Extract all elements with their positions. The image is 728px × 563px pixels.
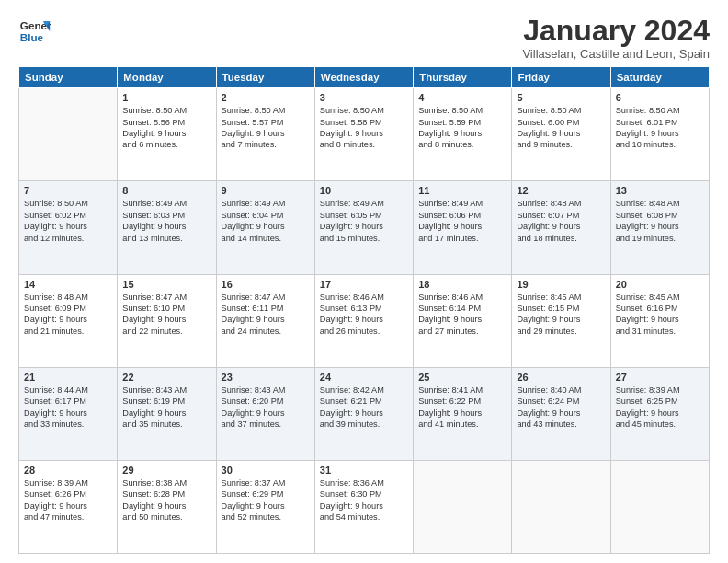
calendar-cell: 8Sunrise: 8:49 AM Sunset: 6:03 PM Daylig… [118, 181, 216, 274]
logo: General Blue [18, 15, 51, 48]
day-number: 31 [320, 465, 408, 476]
weekday-sunday: Sunday [19, 67, 118, 88]
header: General Blue January 2024 Villaselan, Ca… [18, 15, 710, 61]
cell-info: Sunrise: 8:48 AM Sunset: 6:08 PM Dayligh… [616, 198, 704, 244]
day-number: 19 [517, 279, 605, 290]
cell-info: Sunrise: 8:50 AM Sunset: 5:57 PM Dayligh… [222, 105, 310, 151]
day-number: 20 [616, 279, 704, 290]
calendar-cell: 9Sunrise: 8:49 AM Sunset: 6:04 PM Daylig… [216, 181, 314, 274]
title-block: January 2024 Villaselan, Castille and Le… [522, 15, 710, 61]
calendar-cell [512, 460, 610, 553]
cell-info: Sunrise: 8:36 AM Sunset: 6:30 PM Dayligh… [320, 477, 408, 523]
calendar-cell: 30Sunrise: 8:37 AM Sunset: 6:29 PM Dayli… [216, 460, 314, 553]
calendar-cell: 27Sunrise: 8:39 AM Sunset: 6:25 PM Dayli… [610, 367, 709, 460]
calendar-cell: 23Sunrise: 8:43 AM Sunset: 6:20 PM Dayli… [216, 367, 314, 460]
cell-info: Sunrise: 8:46 AM Sunset: 6:13 PM Dayligh… [320, 292, 408, 338]
day-number: 2 [222, 92, 310, 103]
cell-info: Sunrise: 8:50 AM Sunset: 5:58 PM Dayligh… [320, 105, 408, 151]
calendar-cell: 1Sunrise: 8:50 AM Sunset: 5:56 PM Daylig… [118, 88, 216, 181]
day-number: 18 [418, 279, 506, 290]
day-number: 14 [24, 279, 112, 290]
cell-info: Sunrise: 8:37 AM Sunset: 6:29 PM Dayligh… [222, 477, 310, 523]
cell-info: Sunrise: 8:43 AM Sunset: 6:19 PM Dayligh… [122, 385, 210, 431]
calendar-cell: 31Sunrise: 8:36 AM Sunset: 6:30 PM Dayli… [314, 460, 413, 553]
cell-info: Sunrise: 8:45 AM Sunset: 6:16 PM Dayligh… [616, 292, 704, 338]
calendar-cell: 14Sunrise: 8:48 AM Sunset: 6:09 PM Dayli… [19, 274, 118, 367]
calendar-cell: 15Sunrise: 8:47 AM Sunset: 6:10 PM Dayli… [118, 274, 216, 367]
cell-info: Sunrise: 8:48 AM Sunset: 6:09 PM Dayligh… [24, 292, 112, 338]
calendar-cell: 12Sunrise: 8:48 AM Sunset: 6:07 PM Dayli… [512, 181, 610, 274]
calendar-cell: 19Sunrise: 8:45 AM Sunset: 6:15 PM Dayli… [512, 274, 610, 367]
calendar-cell: 29Sunrise: 8:38 AM Sunset: 6:28 PM Dayli… [118, 460, 216, 553]
calendar-cell [19, 88, 118, 181]
cell-info: Sunrise: 8:49 AM Sunset: 6:04 PM Dayligh… [222, 198, 310, 244]
calendar-cell: 21Sunrise: 8:44 AM Sunset: 6:17 PM Dayli… [19, 367, 118, 460]
day-number: 15 [122, 279, 210, 290]
day-number: 25 [418, 372, 506, 383]
cell-info: Sunrise: 8:44 AM Sunset: 6:17 PM Dayligh… [24, 385, 112, 431]
calendar-cell: 6Sunrise: 8:50 AM Sunset: 6:01 PM Daylig… [610, 88, 709, 181]
day-number: 26 [517, 372, 605, 383]
calendar-row-4: 28Sunrise: 8:39 AM Sunset: 6:26 PM Dayli… [19, 460, 710, 553]
calendar-cell: 7Sunrise: 8:50 AM Sunset: 6:02 PM Daylig… [19, 181, 118, 274]
calendar-cell: 3Sunrise: 8:50 AM Sunset: 5:58 PM Daylig… [314, 88, 413, 181]
day-number: 30 [222, 465, 310, 476]
calendar-cell: 25Sunrise: 8:41 AM Sunset: 6:22 PM Dayli… [414, 367, 512, 460]
calendar-cell: 13Sunrise: 8:48 AM Sunset: 6:08 PM Dayli… [610, 181, 709, 274]
cell-info: Sunrise: 8:50 AM Sunset: 5:56 PM Dayligh… [122, 105, 210, 151]
day-number: 13 [616, 185, 704, 196]
calendar-cell: 26Sunrise: 8:40 AM Sunset: 6:24 PM Dayli… [512, 367, 610, 460]
calendar-cell: 17Sunrise: 8:46 AM Sunset: 6:13 PM Dayli… [314, 274, 413, 367]
day-number: 5 [517, 92, 605, 103]
cell-info: Sunrise: 8:50 AM Sunset: 6:00 PM Dayligh… [517, 105, 605, 151]
weekday-monday: Monday [118, 67, 216, 88]
calendar-cell: 18Sunrise: 8:46 AM Sunset: 6:14 PM Dayli… [414, 274, 512, 367]
day-number: 16 [222, 279, 310, 290]
calendar-row-0: 1Sunrise: 8:50 AM Sunset: 5:56 PM Daylig… [19, 88, 710, 181]
calendar-cell: 11Sunrise: 8:49 AM Sunset: 6:06 PM Dayli… [414, 181, 512, 274]
calendar-row-3: 21Sunrise: 8:44 AM Sunset: 6:17 PM Dayli… [19, 367, 710, 460]
day-number: 28 [24, 465, 112, 476]
location-subtitle: Villaselan, Castille and Leon, Spain [522, 47, 710, 61]
day-number: 3 [320, 92, 408, 103]
cell-info: Sunrise: 8:41 AM Sunset: 6:22 PM Dayligh… [418, 385, 506, 431]
cell-info: Sunrise: 8:47 AM Sunset: 6:11 PM Dayligh… [222, 292, 310, 338]
day-number: 4 [418, 92, 506, 103]
cell-info: Sunrise: 8:48 AM Sunset: 6:07 PM Dayligh… [517, 198, 605, 244]
logo-icon: General Blue [18, 15, 51, 48]
weekday-wednesday: Wednesday [314, 67, 413, 88]
calendar-cell: 22Sunrise: 8:43 AM Sunset: 6:19 PM Dayli… [118, 367, 216, 460]
day-number: 12 [517, 185, 605, 196]
page: General Blue January 2024 Villaselan, Ca… [0, 0, 728, 563]
calendar-cell: 28Sunrise: 8:39 AM Sunset: 6:26 PM Dayli… [19, 460, 118, 553]
cell-info: Sunrise: 8:50 AM Sunset: 6:02 PM Dayligh… [24, 198, 112, 244]
calendar-cell: 24Sunrise: 8:42 AM Sunset: 6:21 PM Dayli… [314, 367, 413, 460]
cell-info: Sunrise: 8:45 AM Sunset: 6:15 PM Dayligh… [517, 292, 605, 338]
day-number: 29 [122, 465, 210, 476]
cell-info: Sunrise: 8:39 AM Sunset: 6:25 PM Dayligh… [616, 385, 704, 431]
calendar-cell: 2Sunrise: 8:50 AM Sunset: 5:57 PM Daylig… [216, 88, 314, 181]
cell-info: Sunrise: 8:50 AM Sunset: 6:01 PM Dayligh… [616, 105, 704, 151]
calendar-table: SundayMondayTuesdayWednesdayThursdayFrid… [18, 66, 710, 554]
cell-info: Sunrise: 8:49 AM Sunset: 6:05 PM Dayligh… [320, 198, 408, 244]
day-number: 22 [122, 372, 210, 383]
weekday-saturday: Saturday [610, 67, 709, 88]
cell-info: Sunrise: 8:49 AM Sunset: 6:03 PM Dayligh… [122, 198, 210, 244]
cell-info: Sunrise: 8:43 AM Sunset: 6:20 PM Dayligh… [222, 385, 310, 431]
cell-info: Sunrise: 8:40 AM Sunset: 6:24 PM Dayligh… [517, 385, 605, 431]
month-title: January 2024 [522, 15, 710, 47]
cell-info: Sunrise: 8:42 AM Sunset: 6:21 PM Dayligh… [320, 385, 408, 431]
cell-info: Sunrise: 8:39 AM Sunset: 6:26 PM Dayligh… [24, 477, 112, 523]
cell-info: Sunrise: 8:38 AM Sunset: 6:28 PM Dayligh… [122, 477, 210, 523]
day-number: 6 [616, 92, 704, 103]
day-number: 10 [320, 185, 408, 196]
calendar-row-2: 14Sunrise: 8:48 AM Sunset: 6:09 PM Dayli… [19, 274, 710, 367]
day-number: 11 [418, 185, 506, 196]
day-number: 7 [24, 185, 112, 196]
weekday-friday: Friday [512, 67, 610, 88]
calendar-cell: 16Sunrise: 8:47 AM Sunset: 6:11 PM Dayli… [216, 274, 314, 367]
calendar-cell [610, 460, 709, 553]
day-number: 9 [222, 185, 310, 196]
day-number: 27 [616, 372, 704, 383]
calendar-cell: 20Sunrise: 8:45 AM Sunset: 6:16 PM Dayli… [610, 274, 709, 367]
